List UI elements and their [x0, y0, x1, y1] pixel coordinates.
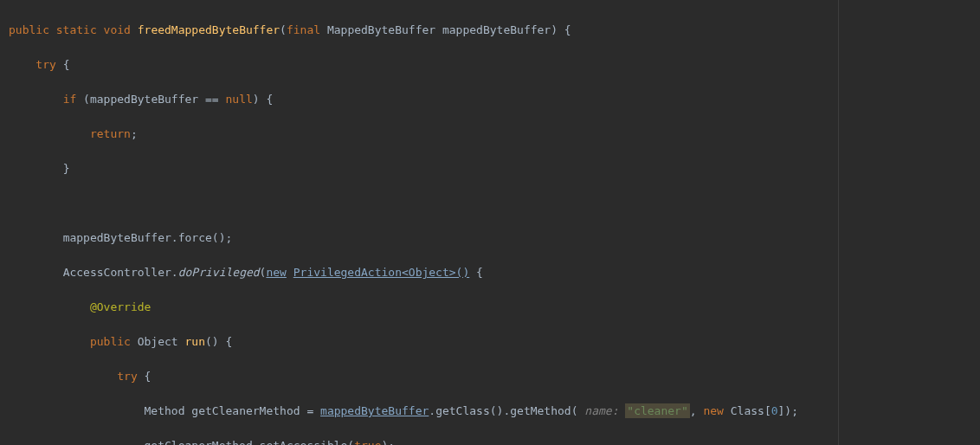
method-name: run	[185, 335, 205, 348]
code-editor[interactable]: public static void freedMappedByteBuffer…	[9, 4, 971, 445]
brace-close: }	[63, 162, 70, 175]
number: 0	[771, 404, 778, 417]
paren-open: (	[280, 23, 287, 36]
code-line[interactable]: try {	[9, 56, 971, 74]
method-call: getMethod	[510, 404, 571, 417]
dot: .	[171, 266, 178, 279]
keyword-true: true	[354, 439, 381, 445]
type: Class	[731, 404, 764, 417]
code-line[interactable]	[9, 195, 971, 212]
type: Method	[145, 404, 185, 417]
code-line[interactable]: AccessController.doPrivileged(new Privil…	[9, 264, 971, 281]
string-literal: "cleaner"	[625, 403, 689, 418]
keyword-static: static	[56, 23, 97, 36]
identifier: getCleanerMethod	[145, 439, 253, 445]
identifier: AccessController	[63, 266, 171, 279]
code-line[interactable]: }	[9, 160, 971, 177]
method-call: setAccessible	[260, 439, 348, 445]
code-line[interactable]: try {	[9, 368, 971, 385]
code-line[interactable]: return;	[9, 126, 971, 143]
code-line[interactable]: Method getCleanerMethod = mappedByteBuff…	[9, 403, 971, 420]
semicolon: ;	[131, 127, 138, 140]
method-name: freedMappedByteBuffer	[138, 23, 280, 36]
paren-close: )	[551, 23, 558, 36]
keyword-null: null	[225, 93, 252, 106]
dot: .	[253, 439, 260, 445]
brace-open: {	[476, 266, 483, 279]
keyword-public: public	[9, 23, 49, 36]
identifier: mappedByteBuffer	[90, 93, 198, 106]
identifier: getCleanerMethod	[191, 404, 300, 417]
type: Object	[138, 335, 178, 348]
brace-open: {	[266, 93, 273, 106]
keyword-try: try	[117, 370, 137, 383]
param: mappedByteBuffer	[442, 23, 551, 36]
keyword-public: public	[90, 335, 131, 348]
keyword-if: if	[63, 93, 77, 106]
identifier: mappedByteBuffer	[63, 231, 171, 244]
paren-open: (	[83, 93, 90, 106]
assign: =	[306, 404, 313, 417]
keyword-final: final	[287, 23, 320, 36]
code-line[interactable]: getCleanerMethod.setAccessible(true);	[9, 437, 971, 445]
keyword-try: try	[35, 58, 55, 71]
code-line[interactable]: @Override	[9, 299, 971, 316]
semicolon: ;	[225, 231, 232, 244]
method-call: doPrivileged	[178, 266, 260, 279]
code-line[interactable]: if (mappedByteBuffer == null) {	[9, 91, 971, 108]
keyword-new: new	[703, 404, 723, 417]
annotation-override: @Override	[90, 300, 151, 313]
dot: .	[429, 404, 435, 417]
paren-close: )	[253, 93, 260, 106]
keyword-void: void	[104, 23, 131, 36]
anonymous-class: PrivilegedAction<Object>()	[293, 266, 470, 279]
code-line[interactable]: public static void freedMappedByteBuffer…	[9, 22, 971, 39]
brace-open: {	[225, 335, 232, 348]
dot: .	[171, 231, 178, 244]
param-hint: name:	[584, 404, 618, 417]
method-call: force	[178, 231, 212, 244]
keyword-new: new	[266, 266, 286, 279]
keyword-return: return	[90, 127, 131, 140]
semicolon: ;	[388, 439, 395, 445]
code-line[interactable]: mappedByteBuffer.force();	[9, 229, 971, 247]
brace-open: {	[564, 23, 571, 36]
type: MappedByteBuffer	[327, 23, 435, 36]
brace-open: {	[145, 370, 152, 383]
equals: ==	[205, 93, 219, 106]
code-line[interactable]: public Object run() {	[9, 333, 971, 351]
method-call: getClass	[435, 404, 490, 417]
brace-open: {	[63, 58, 70, 71]
field-ref: mappedByteBuffer	[320, 404, 429, 417]
